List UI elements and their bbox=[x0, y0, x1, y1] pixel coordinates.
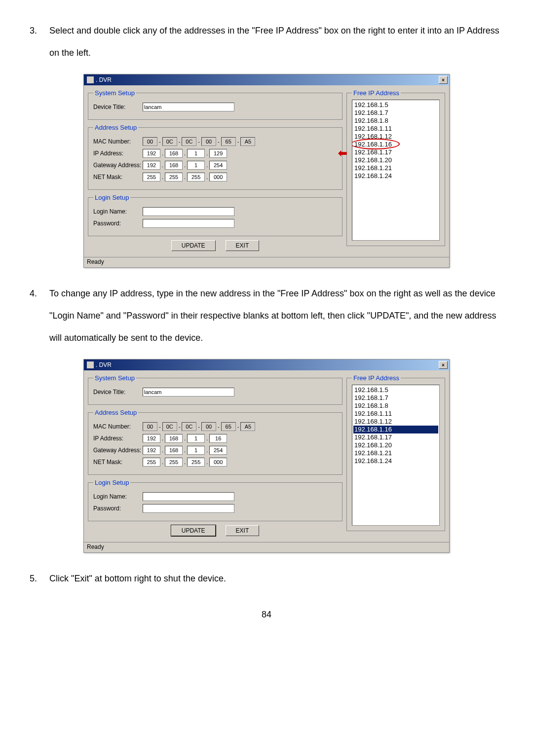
ip-item[interactable]: 192.168.1.12 bbox=[353, 133, 438, 141]
arrow-icon: ⬅ bbox=[338, 147, 347, 160]
mask-0[interactable] bbox=[143, 458, 160, 467]
statusbar: Ready bbox=[84, 542, 449, 552]
device-title-label: Device Title: bbox=[93, 104, 143, 110]
ip-item[interactable]: 192.168.1.24 bbox=[353, 172, 438, 180]
statusbar: Ready bbox=[84, 257, 449, 267]
gw-0[interactable] bbox=[143, 446, 160, 455]
window-title: . DVR bbox=[96, 76, 112, 83]
ip-item[interactable]: 192.168.1.8 bbox=[353, 402, 438, 410]
ip-item[interactable]: 192.168.1.8 bbox=[353, 117, 438, 125]
password-input[interactable] bbox=[143, 504, 234, 513]
login-setup-legend: Login Setup bbox=[93, 194, 130, 201]
mac-4 bbox=[221, 422, 236, 431]
mac-5 bbox=[240, 422, 255, 431]
ip-3[interactable] bbox=[209, 149, 227, 158]
ip-item[interactable]: 192.168.1.16 bbox=[353, 141, 438, 148]
step-3: 3. Select and double click any of the ad… bbox=[30, 20, 503, 64]
window-title: . DVR bbox=[96, 361, 112, 368]
exit-button[interactable]: EXIT bbox=[226, 525, 260, 536]
app-icon bbox=[87, 361, 94, 368]
gw-1[interactable] bbox=[165, 446, 183, 455]
ip-item[interactable]: 192.168.1.11 bbox=[353, 125, 438, 133]
login-setup-group: Login Setup Login Name: Password: bbox=[88, 194, 343, 236]
address-setup-legend: Address Setup bbox=[93, 124, 138, 131]
mac-2 bbox=[182, 422, 196, 431]
ip-item[interactable]: 192.168.1.24 bbox=[353, 457, 438, 465]
mac-5 bbox=[240, 137, 255, 146]
step-3-text: Select and double click any of the addre… bbox=[49, 20, 503, 64]
ip-0[interactable] bbox=[143, 149, 160, 158]
gw-label: Gateway Address: bbox=[93, 162, 143, 169]
step-5-text: Click "Exit" at bottom right to shut the… bbox=[49, 568, 503, 590]
ip-item[interactable]: 192.168.1.20 bbox=[353, 156, 438, 164]
ip-3[interactable] bbox=[209, 434, 227, 443]
device-title-input[interactable] bbox=[143, 388, 234, 396]
gw-3[interactable] bbox=[209, 446, 227, 455]
free-ip-listbox[interactable]: 192.168.1.5 192.168.1.7 192.168.1.8 192.… bbox=[352, 385, 440, 526]
gw-2[interactable] bbox=[187, 446, 205, 455]
ip-item[interactable]: 192.168.1.7 bbox=[353, 394, 438, 402]
ip-item[interactable]: 192.168.1.21 bbox=[353, 164, 438, 172]
gw-3[interactable] bbox=[209, 161, 227, 170]
device-title-label: Device Title: bbox=[93, 389, 143, 396]
close-button[interactable]: × bbox=[439, 76, 448, 84]
mask-1[interactable] bbox=[165, 458, 183, 467]
ip-item[interactable]: 192.168.1.20 bbox=[353, 441, 438, 449]
step-4: 4. To change any IP address, type in the… bbox=[30, 283, 503, 349]
exit-button[interactable]: EXIT bbox=[226, 240, 260, 251]
gw-2[interactable] bbox=[187, 161, 205, 170]
free-ip-legend: Free IP Address bbox=[352, 374, 401, 382]
mac-0 bbox=[143, 422, 157, 431]
ip-2[interactable] bbox=[187, 149, 205, 158]
login-name-label: Login Name: bbox=[93, 493, 143, 500]
mask-2[interactable] bbox=[187, 173, 205, 181]
ip-item[interactable]: 192.168.1.7 bbox=[353, 109, 438, 117]
dvr-window-1: . DVR × System Setup Device Title: Addre… bbox=[83, 74, 450, 268]
system-setup-group: System Setup Device Title: bbox=[88, 374, 343, 405]
mac-1 bbox=[162, 422, 177, 431]
gw-0[interactable] bbox=[143, 161, 160, 170]
system-setup-group: System Setup Device Title: bbox=[88, 89, 343, 120]
mac-1 bbox=[162, 137, 177, 146]
ip-item[interactable]: 192.168.1.21 bbox=[353, 449, 438, 457]
ip-label: IP Address: bbox=[93, 150, 143, 157]
free-ip-legend: Free IP Address bbox=[352, 89, 401, 97]
device-title-input[interactable] bbox=[143, 103, 234, 111]
login-name-input[interactable] bbox=[143, 207, 234, 216]
ip-item[interactable]: 192.168.1.17 bbox=[353, 433, 438, 441]
mask-2[interactable] bbox=[187, 458, 205, 467]
mask-3[interactable] bbox=[209, 173, 227, 181]
ip-item[interactable]: 192.168.1.17 bbox=[353, 148, 438, 156]
password-input[interactable] bbox=[143, 219, 234, 228]
ip-item[interactable]: 192.168.1.5 bbox=[353, 386, 438, 394]
free-ip-listbox[interactable]: 192.168.1.5 192.168.1.7 192.168.1.8 192.… bbox=[352, 100, 440, 241]
gw-1[interactable] bbox=[165, 161, 183, 170]
close-button[interactable]: × bbox=[439, 361, 448, 369]
step-3-num: 3. bbox=[30, 20, 49, 64]
ip-1[interactable] bbox=[165, 149, 183, 158]
ip-item[interactable]: 192.168.1.5 bbox=[353, 101, 438, 109]
ip-item-selected[interactable]: 192.168.1.16 bbox=[353, 426, 438, 433]
mac-4 bbox=[221, 137, 236, 146]
mask-1[interactable] bbox=[165, 173, 183, 181]
address-setup-group: Address Setup MAC Number: - - - - - bbox=[88, 124, 343, 190]
update-button[interactable]: UPDATE bbox=[171, 525, 216, 536]
step-4-text: To change any IP address, type in the ne… bbox=[49, 283, 503, 349]
mask-0[interactable] bbox=[143, 173, 160, 181]
update-button[interactable]: UPDATE bbox=[171, 240, 216, 251]
ip-1[interactable] bbox=[165, 434, 183, 443]
ip-item[interactable]: 192.168.1.12 bbox=[353, 418, 438, 426]
mask-label: NET Mask: bbox=[93, 459, 143, 466]
mask-label: NET Mask: bbox=[93, 174, 143, 180]
system-setup-legend: System Setup bbox=[93, 374, 136, 382]
mask-3[interactable] bbox=[209, 458, 227, 467]
step-5-num: 5. bbox=[30, 568, 49, 590]
address-setup-legend: Address Setup bbox=[93, 409, 138, 416]
ip-item[interactable]: 192.168.1.11 bbox=[353, 410, 438, 418]
password-label: Password: bbox=[93, 220, 143, 227]
page-number: 84 bbox=[30, 610, 503, 620]
login-name-input[interactable] bbox=[143, 492, 234, 501]
mac-label: MAC Number: bbox=[93, 423, 143, 430]
ip-2[interactable] bbox=[187, 434, 205, 443]
ip-0[interactable] bbox=[143, 434, 160, 443]
